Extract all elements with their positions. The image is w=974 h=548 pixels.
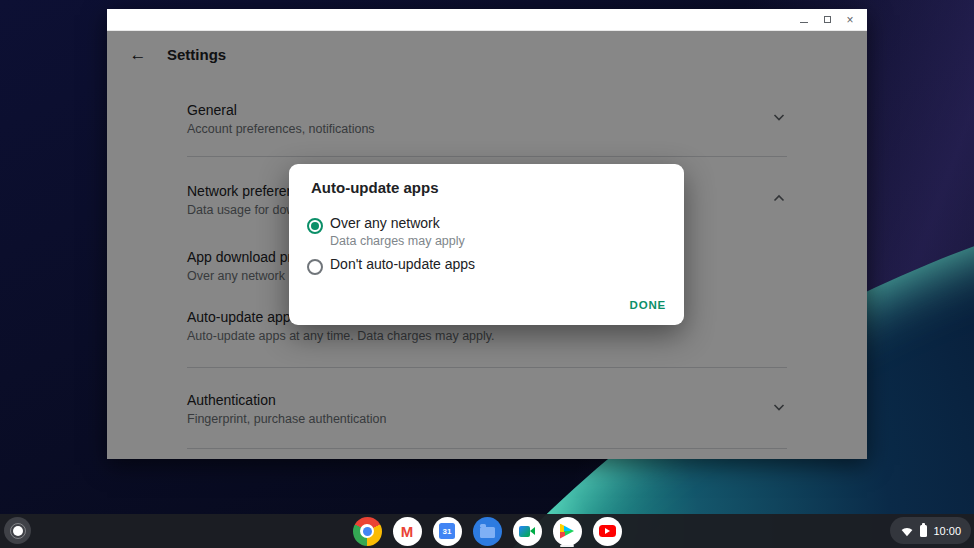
calendar-icon: 31 bbox=[439, 523, 455, 539]
shelf-item-meet[interactable] bbox=[513, 516, 542, 547]
close-button[interactable]: × bbox=[843, 13, 857, 27]
maximize-button[interactable] bbox=[820, 13, 834, 27]
shelf-item-play-store[interactable] bbox=[553, 516, 582, 547]
close-icon: × bbox=[846, 14, 853, 26]
minimize-icon bbox=[800, 22, 808, 23]
option-description: Data charges may apply bbox=[330, 234, 664, 249]
shelf-item-calendar[interactable]: 31 bbox=[433, 516, 462, 547]
minimize-button[interactable] bbox=[797, 13, 811, 27]
desktop: × ← Settings General Account preferences… bbox=[0, 0, 974, 548]
maximize-icon bbox=[824, 16, 831, 23]
radio-option-dont-auto-update[interactable]: Don't auto-update apps bbox=[307, 255, 664, 277]
dialog-title: Auto-update apps bbox=[311, 179, 439, 196]
auto-update-apps-dialog: Auto-update apps Over any network Data c… bbox=[289, 164, 684, 325]
shelf-item-youtube[interactable] bbox=[593, 516, 622, 547]
chrome-icon bbox=[353, 517, 382, 546]
done-button[interactable]: DONE bbox=[630, 299, 666, 311]
option-label: Don't auto-update apps bbox=[330, 255, 664, 273]
files-folder-icon bbox=[480, 527, 495, 538]
play-store-icon bbox=[560, 524, 574, 539]
wifi-icon bbox=[900, 525, 914, 537]
radio-unselected-icon bbox=[307, 259, 323, 275]
meet-icon bbox=[519, 526, 535, 537]
shelf-apps: M 31 bbox=[0, 514, 974, 548]
shelf-item-gmail[interactable]: M bbox=[393, 516, 422, 547]
status-tray[interactable]: 10:00 bbox=[890, 517, 971, 544]
shelf-item-files[interactable] bbox=[473, 516, 502, 547]
battery-icon bbox=[920, 525, 927, 537]
clock: 10:00 bbox=[933, 525, 961, 537]
shelf-item-chrome[interactable] bbox=[353, 516, 382, 547]
radio-option-over-any-network[interactable]: Over any network Data charges may apply bbox=[307, 214, 664, 252]
radio-selected-icon bbox=[307, 218, 323, 234]
active-app-indicator bbox=[560, 545, 574, 547]
option-label: Over any network bbox=[330, 214, 664, 232]
youtube-icon bbox=[599, 525, 616, 537]
window-titlebar: × bbox=[107, 9, 867, 31]
shelf: M 31 10:00 bbox=[0, 514, 974, 548]
gmail-icon: M bbox=[401, 524, 414, 539]
